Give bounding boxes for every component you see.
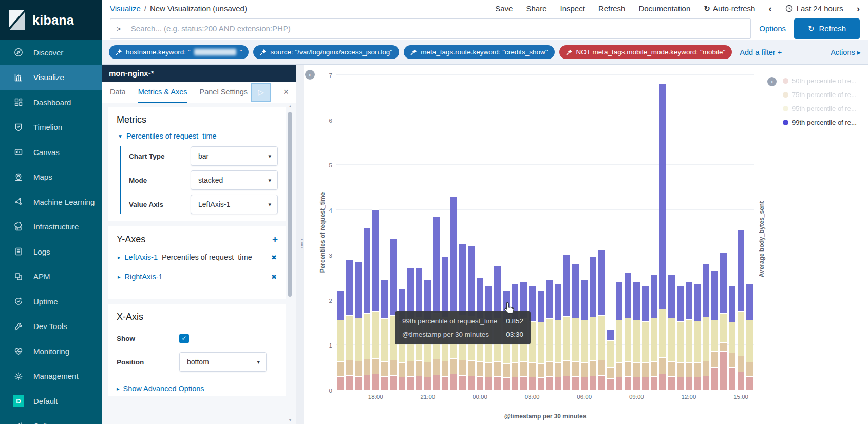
bar-segment[interactable] (512, 362, 518, 377)
bar-segment[interactable] (450, 358, 457, 374)
bar-segment[interactable] (625, 318, 631, 361)
bar-segment[interactable] (677, 286, 684, 321)
bar-segment[interactable] (572, 361, 579, 376)
bar-segment[interactable] (459, 375, 466, 390)
bar-segment[interactable] (703, 263, 709, 317)
bar-segment[interactable] (720, 252, 727, 313)
bar-segment[interactable] (355, 318, 362, 361)
bar-segment[interactable] (607, 367, 614, 378)
bar-segment[interactable] (729, 353, 735, 367)
bar-segment[interactable] (529, 362, 536, 377)
bar-segment[interactable] (355, 376, 362, 390)
axis-name-link[interactable]: RightAxis-1 (125, 273, 163, 281)
bar-segment[interactable] (494, 376, 501, 390)
bar-segment[interactable] (607, 329, 614, 340)
bar-segment[interactable] (494, 266, 501, 318)
bar-segment[interactable] (538, 363, 544, 377)
bar-segment[interactable] (616, 282, 622, 320)
bar-segment[interactable] (381, 279, 388, 318)
bar-segment[interactable] (355, 361, 362, 376)
filter-pill-3[interactable]: NOT meta_tags.mobile_mode.keyword: "mobi… (559, 45, 732, 59)
axis-name-link[interactable]: LeftAxis-1 (125, 253, 158, 261)
bar-segment[interactable] (563, 376, 570, 390)
bar-segment[interactable] (711, 320, 718, 351)
bar-segment[interactable] (598, 375, 605, 390)
bar-segment[interactable] (337, 376, 344, 390)
sidebar-item-monitoring[interactable]: Monitoring (0, 339, 102, 364)
bar-segment[interactable] (529, 377, 536, 390)
bar-segment[interactable] (346, 259, 353, 316)
time-range-picker[interactable]: Last 24 hours (785, 4, 843, 13)
bar-segment[interactable] (746, 362, 753, 376)
bar-segment[interactable] (738, 356, 744, 372)
sidebar-item-dashboard[interactable]: Dashboard (0, 90, 102, 115)
bar-segment[interactable] (520, 361, 527, 376)
mode-select[interactable]: stacked▾ (191, 170, 278, 190)
bar-segment[interactable] (625, 361, 631, 376)
bar-segment[interactable] (485, 377, 492, 390)
bar-segment[interactable] (468, 360, 475, 376)
bar-segment[interactable] (686, 377, 692, 390)
close-editor-icon[interactable]: × (283, 87, 289, 98)
bar-segment[interactable] (590, 376, 596, 390)
breadcrumb-visualize-link[interactable]: Visualize (110, 4, 141, 13)
sidebar-item-visualize[interactable]: Visualize (0, 65, 102, 90)
bar-segment[interactable] (711, 367, 718, 390)
bar-segment[interactable] (659, 309, 666, 357)
bar-segment[interactable] (346, 375, 353, 390)
sidebar-item-infrastructure[interactable]: Infrastructure (0, 215, 102, 240)
show-advanced-options-link[interactable]: ▸ Show Advanced Options (117, 384, 278, 393)
bar-segment[interactable] (346, 315, 353, 360)
sidebar-item-default[interactable]: DDefault (0, 389, 102, 414)
bar-segment[interactable] (372, 311, 379, 358)
bar-segment[interactable] (598, 250, 605, 315)
bar-segment[interactable] (485, 362, 492, 377)
refresh-button[interactable]: ↻ Refresh (794, 18, 860, 39)
bar-segment[interactable] (372, 358, 379, 374)
bar-segment[interactable] (642, 377, 649, 390)
bar-segment[interactable] (477, 361, 483, 376)
menu-refresh[interactable]: Refresh (598, 4, 626, 13)
bar-segment[interactable] (668, 275, 675, 317)
kibana-logo[interactable]: kibana (0, 0, 102, 40)
bar-segment[interactable] (433, 375, 440, 390)
bar-segment[interactable] (503, 363, 510, 377)
bar-segment[interactable] (746, 320, 753, 362)
auto-refresh-button[interactable]: ↻ Auto-refresh (704, 4, 755, 13)
bar-segment[interactable] (651, 318, 657, 361)
bar-segment[interactable] (546, 279, 553, 318)
bar-segment[interactable] (633, 362, 640, 377)
bar-segment[interactable] (651, 361, 657, 376)
bar-segment[interactable] (450, 196, 457, 311)
bar-segment[interactable] (337, 320, 344, 361)
x-axis-position-select[interactable]: bottom ▾ (179, 352, 267, 372)
bar-segment[interactable] (633, 377, 640, 390)
value-axis-select[interactable]: LeftAxis-1▾ (191, 195, 278, 214)
bar-segment[interactable] (494, 361, 501, 376)
bar-segment[interactable] (711, 271, 718, 320)
bar-segment[interactable] (355, 261, 362, 318)
legend-item-3[interactable]: 99th percentile of re... (783, 119, 857, 126)
bar-segment[interactable] (677, 362, 684, 377)
bar-segment[interactable] (364, 227, 370, 313)
sidebar-item-apm[interactable]: APM (0, 264, 102, 290)
bar-segment[interactable] (459, 243, 466, 315)
bar-segment[interactable] (720, 313, 727, 342)
menu-save[interactable]: Save (495, 4, 513, 13)
bar-segment[interactable] (746, 376, 753, 390)
bar-segment[interactable] (364, 313, 370, 359)
bar-segment[interactable] (424, 377, 431, 390)
sidebar-item-canvas[interactable]: Canvas (0, 140, 102, 165)
bar-segment[interactable] (633, 320, 640, 362)
scrollbar-thumb[interactable] (288, 112, 292, 297)
bar-segment[interactable] (686, 282, 692, 320)
bar-segment[interactable] (538, 291, 544, 322)
bar-segment[interactable] (424, 362, 431, 377)
bar-segment[interactable] (563, 255, 570, 316)
bar-segment[interactable] (607, 340, 614, 368)
bar-segment[interactable] (738, 311, 744, 356)
bar-segment[interactable] (729, 322, 735, 353)
bar-segment[interactable] (442, 376, 448, 390)
bar-segment[interactable] (581, 362, 588, 377)
bar-segment[interactable] (642, 286, 649, 321)
